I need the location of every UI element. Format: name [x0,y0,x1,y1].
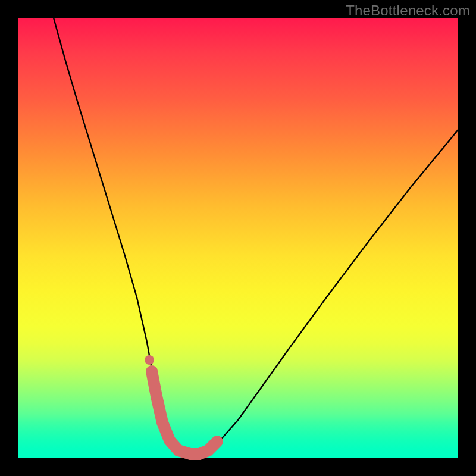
v-curve-thin [54,18,458,454]
chart-frame: TheBottleneck.com [0,0,476,476]
watermark-text: TheBottleneck.com [346,2,470,19]
curve-svg [18,18,458,458]
v-curve-thick-highlight [152,371,217,454]
highlight-dot [145,355,154,365]
